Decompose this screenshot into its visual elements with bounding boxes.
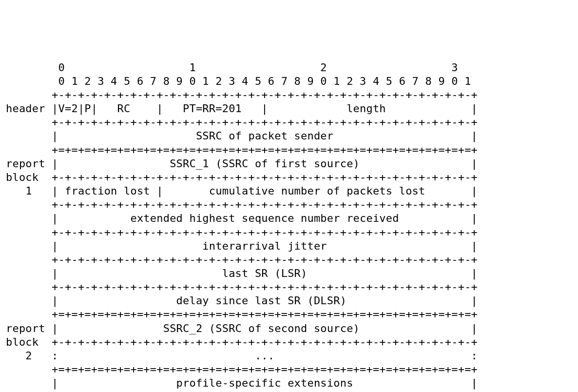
rtcp-rr-packet-diagram: 0 1 2 3 0 1 2 3 4 5 6 7 8 9 0 1 2 3 4 5 … [6,61,572,392]
